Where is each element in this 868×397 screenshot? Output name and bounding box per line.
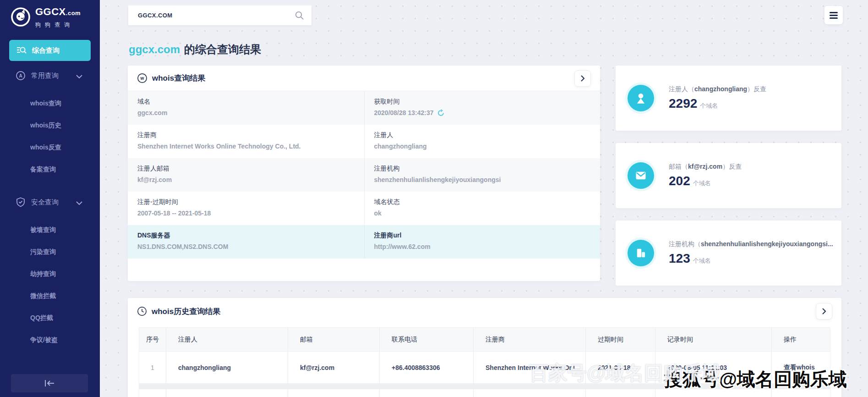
mail-icon [628, 162, 654, 189]
circle-a-icon: A [16, 71, 26, 81]
whois-field-fetch-time: 获取时间 2020/08/28 13:42:37 [364, 91, 601, 125]
collapse-left-icon [44, 380, 55, 387]
cell-registrar: Shenzhen Internet Works Onl... [473, 389, 585, 397]
stat-unit: 个域名 [693, 180, 711, 187]
whois-field-registrar-url: 注册商url http://www.62.com [364, 225, 601, 259]
whois-row: 注册-过期时间 2007-05-18 -- 2021-05-18 域名状态 ok [128, 192, 600, 225]
stat-label: 邮箱（kf@rzj.com）反查 [669, 163, 742, 171]
sidebar-item-composite-query[interactable]: 综合查询 [9, 40, 91, 61]
common-query-items: whois查询 whois历史 whois反查 备案查询 [0, 92, 100, 180]
col-record-time: 记录时间 [655, 328, 771, 351]
sidebar-item-icp-lookup[interactable]: 备案查询 [0, 158, 100, 180]
brand-logo[interactable]: GGCX.com 狗狗查询 [0, 0, 100, 29]
stat-count: 123 [669, 251, 690, 265]
whois-card-title: whois查询结果 [152, 73, 205, 83]
stat-card-org-reverse[interactable]: 注册机构（shenzhenhulianlishengkejiyouxiangon… [616, 221, 841, 286]
composite-search-icon [16, 45, 27, 55]
stat-card-email-reverse[interactable]: 邮箱（kf@rzj.com）反查 202个域名 [616, 143, 841, 208]
sidebar-collapse-button[interactable] [11, 374, 88, 392]
whois-field-domain: 域名 ggcx.com [128, 91, 364, 125]
cell-index: 2 [139, 389, 166, 397]
cell-email: kf@rzj.com [288, 352, 379, 383]
whois-field-dns: DNS服务器 NS1.DNS.COM,NS2.DNS.COM [128, 225, 364, 259]
sidebar-item-dispute-stolen[interactable]: 争议/被盗 [0, 329, 100, 351]
domain-search-box [128, 6, 311, 25]
stat-card-registrant-reverse[interactable]: 注册人（changzhongliang）反查 2292个域名 [616, 66, 841, 131]
section-label: 常用查询 [31, 72, 59, 80]
hamburger-icon [830, 12, 838, 13]
page-title: ggcx.com的综合查询结果 [129, 42, 261, 57]
stat-unit: 个域名 [693, 257, 711, 264]
stat-count: 202 [669, 174, 690, 188]
whois-w-icon: w [137, 73, 147, 83]
hamburger-menu-button[interactable] [824, 6, 843, 24]
sidebar-active-label: 综合查询 [32, 46, 60, 55]
col-index: 序号 [139, 328, 166, 351]
col-actions: 操作 [771, 328, 830, 351]
brand-tagline: 狗狗查询 [35, 21, 81, 29]
refresh-icon[interactable] [437, 110, 444, 118]
col-expire-date: 过期时间 [585, 328, 655, 351]
whois-row: 域名 ggcx.com 获取时间 2020/08/28 13:42:37 [128, 91, 600, 125]
svg-text:A: A [19, 73, 22, 78]
chevron-right-icon [580, 75, 585, 82]
whois-row: 注册商 Shenzhen Internet Works Online Techn… [128, 125, 600, 158]
history-expand-button[interactable] [816, 303, 832, 320]
cell-phone: +86.4008863306 [379, 389, 473, 397]
whois-field-status: 域名状态 ok [364, 192, 601, 225]
whois-field-registrant-org: 注册机构 shenzhenhulianlishengkejiyouxiangon… [364, 158, 601, 192]
baijiahao-watermark: 百家号@域名回购乐域 [529, 360, 721, 386]
sidebar: GGCX.com 狗狗查询 综合查询 A 常用查询 whois查询 whois历… [0, 0, 100, 397]
col-phone: 联系电话 [379, 328, 473, 351]
sidebar-item-qq-block[interactable]: QQ拦截 [0, 307, 100, 329]
col-registrar: 注册商 [473, 328, 585, 351]
brand-name: GGCX.com [35, 6, 81, 19]
sidebar-item-pollution-lookup[interactable]: 污染查询 [0, 241, 100, 263]
whois-row-dns-highlight: DNS服务器 NS1.DNS.COM,NS2.DNS.COM 注册商url ht… [128, 225, 600, 259]
page-title-domain: ggcx.com [129, 43, 180, 55]
cell-phone: +86.4008863306 [379, 352, 473, 383]
whois-field-registrar: 注册商 Shenzhen Internet Works Online Techn… [128, 125, 364, 158]
search-icon[interactable] [295, 11, 304, 20]
stat-unit: 个域名 [700, 102, 718, 109]
stat-label: 注册人（changzhongliang）反查 [669, 85, 766, 94]
whois-expand-button[interactable] [574, 70, 591, 87]
whois-field-registrant-email: 注册人邮箱 kf@rzj.com [128, 158, 364, 192]
chevron-down-icon [76, 198, 82, 206]
whois-result-card: w whois查询结果 域名 ggcx.com 获取时间 2020/08/28 … [128, 66, 600, 281]
chevron-right-icon [822, 308, 826, 315]
sidebar-item-whois-history[interactable]: whois历史 [0, 114, 100, 136]
sidebar-item-whois-reverse[interactable]: whois反查 [0, 136, 100, 158]
col-email: 邮箱 [288, 328, 379, 351]
whois-row: 注册人邮箱 kf@rzj.com 注册机构 shenzhenhulianlish… [128, 158, 600, 192]
sidebar-section-common-query[interactable]: A 常用查询 [0, 68, 100, 83]
cell-registrant: changzhongliang [166, 389, 288, 397]
cell-email: kf@rzj.com [288, 389, 379, 397]
cell-expire-date: 2021-05-18 [585, 389, 655, 397]
organization-icon [628, 240, 654, 266]
whois-field-dates: 注册-过期时间 2007-05-18 -- 2021-05-18 [128, 192, 364, 225]
page-title-suffix: 的综合查询结果 [184, 43, 261, 55]
sidebar-item-wechat-block[interactable]: 微信拦截 [0, 285, 100, 307]
whois-field-registrant: 注册人 changzhongliang [364, 125, 601, 158]
shield-check-icon [16, 197, 26, 207]
stat-label: 注册机构（shenzhenhulianlishengkejiyouxiangon… [669, 240, 833, 248]
clock-icon [137, 306, 147, 316]
chevron-down-icon [76, 72, 82, 80]
col-registrant: 注册人 [166, 328, 288, 351]
history-card-title: whois历史查询结果 [152, 306, 220, 317]
dog-logo-icon [10, 6, 31, 28]
sidebar-item-whois-lookup[interactable]: whois查询 [0, 92, 100, 114]
whois-card-header: w whois查询结果 [128, 66, 600, 91]
person-icon [628, 85, 654, 111]
cell-index: 1 [139, 352, 166, 383]
sidebar-item-blocked-lookup[interactable]: 被墙查询 [0, 219, 100, 241]
sidebar-item-hijack-lookup[interactable]: 劫持查询 [0, 263, 100, 285]
history-table-header: 序号 注册人 邮箱 联系电话 注册商 过期时间 记录时间 操作 [139, 327, 830, 352]
search-input[interactable] [128, 6, 295, 25]
cell-registrant: changzhongliang [166, 352, 288, 383]
sidebar-section-security-query[interactable]: 安全查询 [0, 195, 100, 210]
security-query-items: 被墙查询 污染查询 劫持查询 微信拦截 QQ拦截 争议/被盗 [0, 219, 100, 351]
section-label: 安全查询 [31, 198, 59, 207]
svg-text:w: w [140, 76, 144, 81]
